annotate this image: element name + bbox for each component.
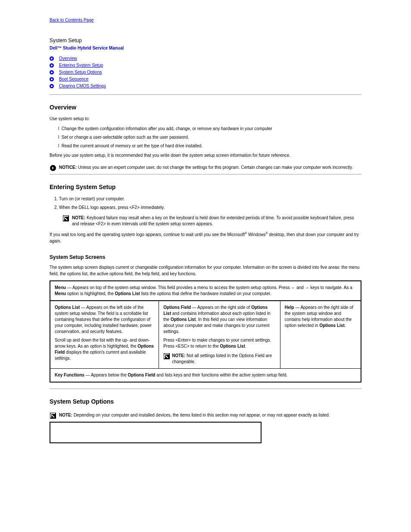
screens-para: The system setup screen displays current… (50, 264, 361, 277)
of-note: Not all settings listed in the Options F… (172, 353, 272, 364)
overview-item-text: Set or change a user-selectable option s… (62, 135, 189, 140)
help-text2: . (345, 323, 346, 328)
left-arrow-icon: ← (291, 285, 295, 290)
options-field-cell: Options Field — Appears on the right sid… (159, 301, 280, 369)
inner-note: NOTE: Not all settings listed in the Opt… (163, 353, 276, 365)
keyfn-label: Key Functions (55, 373, 84, 377)
keyfn-text2: and lists keys and their functions withi… (155, 373, 287, 377)
options-list-text3: displays the option's current and availa… (55, 350, 146, 361)
notice-text: NOTICE: Unless you are an expert compute… (59, 165, 353, 171)
wait-text-1: If you wait too long and the operating s… (50, 232, 245, 237)
setup-layout-table: Menu — Appears on top of the system setu… (50, 280, 361, 383)
overview-preuse: Before you use system setup, it is recom… (50, 152, 361, 159)
of-t4: Press <Enter> to make changes to your cu… (163, 338, 271, 348)
note-body: Keyboard failure may result when a key o… (72, 215, 354, 226)
overview-item: l Set or change a user-selectable option… (58, 134, 361, 140)
toc-link-boot[interactable]: Boot Sequence (59, 76, 88, 82)
help-ref: Options List (319, 323, 344, 328)
of-r3: Options List (171, 317, 196, 322)
toc-link-cmos[interactable]: Clearing CMOS Settings (59, 83, 106, 89)
note-label: NOTE: (172, 353, 185, 358)
note-body: Depending on your computer and installed… (72, 413, 330, 417)
notice-icon (50, 165, 56, 171)
options-note: NOTE: Depending on your computer and ins… (50, 412, 361, 419)
toc-link-options[interactable]: System Setup Options (59, 69, 102, 75)
page-title: System Setup (50, 37, 361, 44)
of-t5: . (245, 344, 246, 348)
options-field-label: Options Field (163, 305, 191, 310)
help-cell: Help — Appears on the right side of the … (280, 301, 361, 369)
step: Turn on (or restart) your computer. (59, 196, 361, 202)
of-t1: — Appears on the right side of (191, 305, 251, 310)
divider (50, 94, 361, 95)
toc-link-entering[interactable]: Entering System Setup (59, 62, 103, 68)
options-table (50, 422, 262, 443)
overview-intro: Use system setup to: (50, 116, 361, 122)
note-text: NOTE: Keyboard failure may result when a… (72, 215, 361, 227)
notice-label: NOTICE: (59, 165, 77, 170)
menu-label: Menu (55, 285, 66, 290)
note-label: NOTE: (72, 215, 85, 220)
options-list-label: Options List (55, 305, 80, 310)
help-label: Help (285, 305, 294, 310)
note-label: NOTE: (59, 413, 72, 417)
wait-text-2: Windows (247, 232, 265, 237)
menu-ol: Options List (115, 291, 140, 296)
options-list-text2: Scroll up and down the list with the up-… (55, 338, 150, 348)
note: NOTE: Keyboard failure may result when a… (62, 215, 361, 227)
menu-label2: Menu (55, 291, 66, 296)
manual-subtitle: Dell™ Studio Hybrid Service Manual (50, 45, 361, 51)
overview-item-text: Read the current amount of memory or set… (62, 143, 202, 148)
step: When the DELL logo appears, press <F2> i… (59, 205, 361, 211)
overview-item-text: Change the system configuration informat… (62, 126, 272, 131)
toc-list: Overview Entering System Setup System Se… (50, 56, 361, 89)
options-table-header-cell (50, 422, 261, 443)
bullet-icon (50, 56, 54, 61)
bullet-icon (50, 84, 54, 88)
of-r4: Options List (220, 344, 245, 348)
notice: NOTICE: Unless you are an expert compute… (50, 165, 361, 171)
menu-desc3: option is highlighted, the (66, 291, 115, 296)
options-list-cell: Options List — Appears on the left side … (50, 301, 159, 369)
bullet-icon (50, 63, 54, 68)
overview-item: l Change the system configuration inform… (58, 126, 361, 132)
options-heading: System Setup Options (50, 398, 361, 406)
bullet-icon (50, 70, 54, 75)
entering-steps: Turn on (or restart) your computer. When… (50, 196, 361, 211)
menu-cell: Menu — Appears on top of the system setu… (50, 281, 361, 301)
overview-heading: Overview (50, 103, 361, 112)
screens-heading: System Setup Screens (50, 254, 361, 261)
note-icon (50, 412, 56, 419)
divider (50, 174, 361, 174)
wait-text: If you wait too long and the operating s… (50, 231, 361, 244)
entering-heading: Entering System Setup (50, 183, 361, 192)
keyfn-text: — Appears below the (84, 373, 128, 377)
toc-link-overview[interactable]: Overview (59, 56, 77, 62)
menu-desc: — Appears on top of the system setup win… (66, 285, 291, 290)
back-link[interactable]: Back to Contents Page (50, 17, 93, 23)
note-icon (62, 215, 69, 222)
menu-desc4: lists the options that define the hardwa… (140, 291, 271, 296)
notice-body: Unless you are an expert computer user, … (77, 165, 353, 170)
divider (50, 389, 361, 389)
note-icon (163, 353, 170, 360)
menu-desc2: keys to navigate. As a (309, 285, 352, 290)
bullet-icon (50, 77, 54, 81)
keyfn-ref: Options Field (128, 373, 156, 377)
menu-and: and (295, 285, 305, 290)
right-arrow-icon: → (305, 285, 309, 290)
options-note-text: NOTE: Depending on your computer and ins… (59, 412, 330, 418)
overview-item: l Read the current amount of memory or s… (58, 143, 361, 149)
keyfn-cell: Key Functions — Appears below the Option… (50, 369, 361, 383)
